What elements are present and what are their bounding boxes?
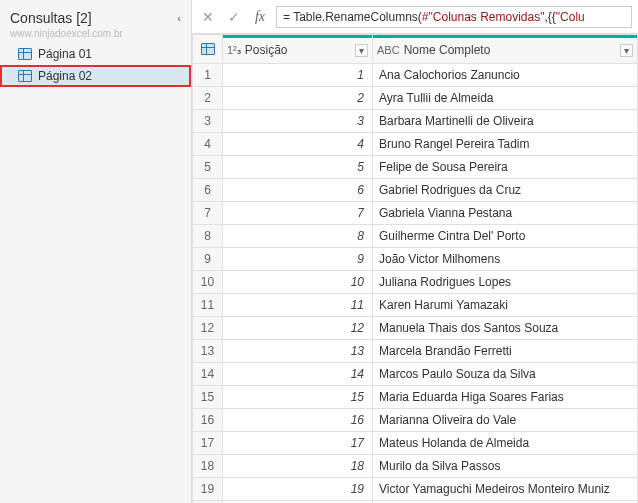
- formula-text-prefix: = Table.RenameColumns(: [283, 10, 422, 24]
- filter-dropdown-icon[interactable]: ▾: [620, 44, 633, 57]
- query-item-pagina-02[interactable]: Página 02: [0, 65, 191, 87]
- filter-dropdown-icon[interactable]: ▾: [355, 44, 368, 57]
- cell-nome[interactable]: Mateus Holanda de Almeida: [373, 432, 638, 455]
- cell-posicao[interactable]: 1: [223, 64, 373, 87]
- row-number: 2: [193, 87, 223, 110]
- column-header-posicao[interactable]: 1²₃ Posição ▾: [223, 35, 373, 64]
- row-number: 1: [193, 64, 223, 87]
- table-row[interactable]: 1111Karen Harumi Yamazaki: [193, 294, 638, 317]
- cell-nome[interactable]: Guilherme Cintra Del' Porto: [373, 225, 638, 248]
- row-number: 11: [193, 294, 223, 317]
- cell-nome[interactable]: Barbara Martinelli de Oliveira: [373, 110, 638, 133]
- cancel-icon[interactable]: ✕: [198, 7, 218, 27]
- table-row[interactable]: 88Guilherme Cintra Del' Porto: [193, 225, 638, 248]
- cell-nome[interactable]: Murilo da Silva Passos: [373, 455, 638, 478]
- cell-nome[interactable]: Felipe de Sousa Pereira: [373, 156, 638, 179]
- cell-nome[interactable]: Karen Harumi Yamazaki: [373, 294, 638, 317]
- table-icon: [201, 43, 215, 55]
- table-row[interactable]: 1212Manuela Thais dos Santos Souza: [193, 317, 638, 340]
- cell-posicao[interactable]: 6: [223, 179, 373, 202]
- table-row[interactable]: 99João Victor Milhomens: [193, 248, 638, 271]
- table-row[interactable]: 1616Marianna Oliveira do Vale: [193, 409, 638, 432]
- watermark: www.ninjadoexcel.com.br: [0, 28, 191, 39]
- cell-posicao[interactable]: 15: [223, 386, 373, 409]
- table-icon: [18, 48, 32, 60]
- cell-nome[interactable]: Marcos Paulo Souza da Silva: [373, 363, 638, 386]
- row-number: 3: [193, 110, 223, 133]
- cell-nome[interactable]: Bruno Rangel Pereira Tadim: [373, 133, 638, 156]
- row-number: 14: [193, 363, 223, 386]
- cell-nome[interactable]: Victor Yamaguchi Medeiros Monteiro Muniz: [373, 478, 638, 501]
- cell-nome[interactable]: João Victor Milhomens: [373, 248, 638, 271]
- fx-icon[interactable]: fx: [250, 7, 270, 27]
- table-row[interactable]: 1515Maria Eduarda Higa Soares Farias: [193, 386, 638, 409]
- data-grid: 1²₃ Posição ▾ ABC Nome Completo ▾ 11: [192, 34, 638, 503]
- table-row[interactable]: 44Bruno Rangel Pereira Tadim: [193, 133, 638, 156]
- cell-posicao[interactable]: 11: [223, 294, 373, 317]
- queries-sidebar: Consultas [2] ‹ www.ninjadoexcel.com.br …: [0, 0, 192, 503]
- sidebar-title: Consultas [2]: [10, 10, 92, 26]
- formula-bar: ✕ ✓ fx = Table.RenameColumns( #"Colunas …: [192, 0, 638, 34]
- row-number: 16: [193, 409, 223, 432]
- formula-text-tail: "Colu: [556, 10, 585, 24]
- row-number: 5: [193, 156, 223, 179]
- table-row[interactable]: 22Ayra Tullii de Almeida: [193, 87, 638, 110]
- table-row[interactable]: 1717Mateus Holanda de Almeida: [193, 432, 638, 455]
- table-row[interactable]: 55Felipe de Sousa Pereira: [193, 156, 638, 179]
- cell-nome[interactable]: Ayra Tullii de Almeida: [373, 87, 638, 110]
- column-name: Nome Completo: [404, 43, 616, 57]
- cell-posicao[interactable]: 13: [223, 340, 373, 363]
- cell-posicao[interactable]: 4: [223, 133, 373, 156]
- row-number: 9: [193, 248, 223, 271]
- row-number: 19: [193, 478, 223, 501]
- table-row[interactable]: 11Ana Calochorios Zanuncio: [193, 64, 638, 87]
- cell-posicao[interactable]: 9: [223, 248, 373, 271]
- cell-posicao[interactable]: 10: [223, 271, 373, 294]
- cell-posicao[interactable]: 2: [223, 87, 373, 110]
- cell-nome[interactable]: Ana Calochorios Zanuncio: [373, 64, 638, 87]
- corner-cell[interactable]: [193, 35, 223, 64]
- confirm-icon[interactable]: ✓: [224, 7, 244, 27]
- row-number: 6: [193, 179, 223, 202]
- cell-nome[interactable]: Gabriela Vianna Pestana: [373, 202, 638, 225]
- query-list: Página 01 Página 02: [0, 43, 191, 87]
- formula-text-quoted: #"Colunas Removidas": [422, 10, 545, 24]
- cell-posicao[interactable]: 7: [223, 202, 373, 225]
- cell-nome[interactable]: Marianna Oliveira do Vale: [373, 409, 638, 432]
- table-row[interactable]: 66Gabriel Rodrigues da Cruz: [193, 179, 638, 202]
- cell-nome[interactable]: Manuela Thais dos Santos Souza: [373, 317, 638, 340]
- table-row[interactable]: 77Gabriela Vianna Pestana: [193, 202, 638, 225]
- query-item-pagina-01[interactable]: Página 01: [0, 43, 191, 65]
- table-row[interactable]: 33Barbara Martinelli de Oliveira: [193, 110, 638, 133]
- table-row[interactable]: 1414Marcos Paulo Souza da Silva: [193, 363, 638, 386]
- data-grid-wrap: 1²₃ Posição ▾ ABC Nome Completo ▾ 11: [192, 34, 638, 503]
- collapse-icon[interactable]: ‹: [177, 12, 181, 24]
- table-row[interactable]: 1818Murilo da Silva Passos: [193, 455, 638, 478]
- row-number: 18: [193, 455, 223, 478]
- cell-posicao[interactable]: 18: [223, 455, 373, 478]
- column-name: Posição: [245, 43, 351, 57]
- column-header-nome[interactable]: ABC Nome Completo ▾: [373, 35, 638, 64]
- row-number: 7: [193, 202, 223, 225]
- cell-posicao[interactable]: 5: [223, 156, 373, 179]
- cell-nome[interactable]: Juliana Rodrigues Lopes: [373, 271, 638, 294]
- table-icon: [18, 70, 32, 82]
- cell-posicao[interactable]: 3: [223, 110, 373, 133]
- cell-nome[interactable]: Gabriel Rodrigues da Cruz: [373, 179, 638, 202]
- table-row[interactable]: 1010Juliana Rodrigues Lopes: [193, 271, 638, 294]
- row-number: 4: [193, 133, 223, 156]
- query-label: Página 01: [38, 47, 92, 61]
- row-number: 12: [193, 317, 223, 340]
- table-row[interactable]: 1313Marcela Brandão Ferretti: [193, 340, 638, 363]
- cell-nome[interactable]: Marcela Brandão Ferretti: [373, 340, 638, 363]
- formula-input[interactable]: = Table.RenameColumns( #"Colunas Removid…: [276, 6, 632, 28]
- cell-posicao[interactable]: 17: [223, 432, 373, 455]
- cell-posicao[interactable]: 14: [223, 363, 373, 386]
- table-row[interactable]: 1919Victor Yamaguchi Medeiros Monteiro M…: [193, 478, 638, 501]
- cell-nome[interactable]: Maria Eduarda Higa Soares Farias: [373, 386, 638, 409]
- cell-posicao[interactable]: 16: [223, 409, 373, 432]
- cell-posicao[interactable]: 8: [223, 225, 373, 248]
- cell-posicao[interactable]: 12: [223, 317, 373, 340]
- cell-posicao[interactable]: 19: [223, 478, 373, 501]
- main-pane: ✕ ✓ fx = Table.RenameColumns( #"Colunas …: [192, 0, 638, 503]
